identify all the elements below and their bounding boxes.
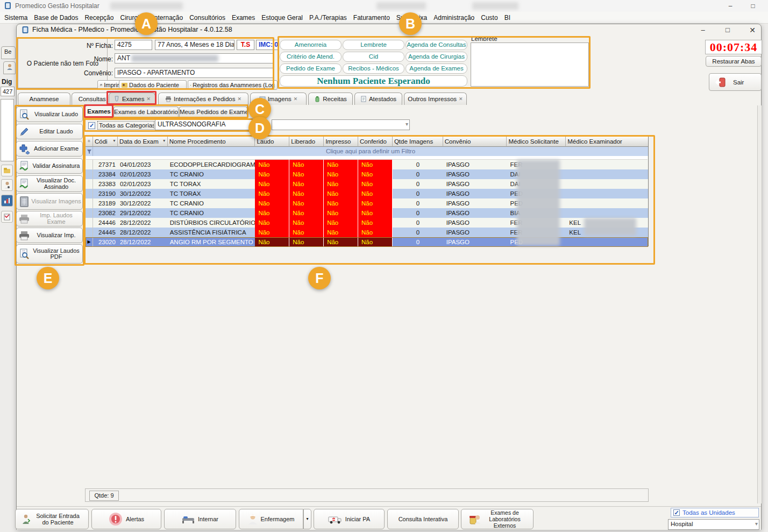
menu-item[interactable]: P.A./Terapias (309, 14, 347, 22)
agenda-consultas-button[interactable]: Agenda de Consultas (406, 40, 467, 50)
subtab-exames-laboratorio[interactable]: Exames de Laboratório (113, 107, 179, 118)
lembrete-button[interactable]: Lembrete (343, 40, 404, 50)
restaurar-abas-button[interactable]: Restaurar Abas (706, 56, 762, 67)
table-row[interactable]: ▶ 23189 30/12/2022 TC CRANIO Não Não Não… (86, 198, 648, 208)
folder-icon[interactable] (1, 165, 13, 176)
sair-button[interactable]: Sair (709, 73, 762, 91)
ficha-input[interactable]: 4275 (115, 40, 152, 50)
close-icon[interactable]: ✕ (147, 96, 151, 102)
iniciar-pa-button[interactable]: Iniciar PA (314, 509, 385, 529)
menu-item[interactable]: Consultórios (189, 14, 225, 22)
window-minimize-button[interactable]: – (695, 26, 711, 36)
todas-categorias-checkbox[interactable]: ✓ (88, 122, 95, 129)
tab-imagens[interactable]: Imagens✕ (250, 93, 307, 105)
validar-assinatura-button[interactable]: Validar Assinatura (16, 158, 83, 174)
exames-laboratorios-externos-button[interactable]: Exames de Laboratórios Externos (461, 509, 534, 529)
consulta-interativa-button[interactable]: Consulta Interativa (387, 509, 459, 529)
cid-button[interactable]: Cid (343, 52, 404, 62)
header-medico-examinador[interactable]: Médico Examinador (566, 136, 648, 147)
table-row[interactable]: ▶ 23190 30/12/2022 TC TORAX Não Não Não … (86, 189, 648, 198)
close-icon[interactable]: ✕ (294, 96, 298, 102)
app-minimize-button[interactable]: – (721, 0, 740, 12)
table-row[interactable]: ▶ 23384 02/01/2023 TC CRANIO Não Não Não… (86, 169, 648, 179)
header-convenio[interactable]: Convênio (443, 136, 507, 147)
imc-button[interactable]: IMC: 0 (256, 40, 278, 50)
categoria-combobox[interactable]: ▾ (272, 119, 410, 130)
header-data-exame[interactable]: Data do Exam▼ (118, 136, 168, 147)
unidade-combobox[interactable]: Hospital ▾ (668, 519, 759, 530)
tab-internacoes-pedidos[interactable]: Internações e Pedidos✕ (158, 93, 248, 105)
subtab-meus-pedidos-exame[interactable]: Meus Pedidos de Exame (179, 107, 247, 118)
visualizar-imagens-button[interactable]: Visualizar Imagens (16, 193, 83, 210)
menu-item[interactable]: Cirurgias (120, 14, 146, 22)
menu-item[interactable]: Exames (232, 14, 255, 22)
todas-categorias-label[interactable]: Todas as Categorias (97, 121, 154, 130)
table-row[interactable]: ▶ 24445 28/12/2022 ASSISTÊNCIA FISIÁTRIC… (86, 228, 648, 237)
menu-item[interactable]: Caixa (411, 14, 428, 22)
table-row[interactable]: ▶ 23020 28/12/2022 ANGIO RM POR SEGMENTO… (86, 237, 648, 247)
close-icon[interactable]: ✕ (459, 96, 463, 102)
menu-item[interactable]: Faturamento (353, 14, 390, 22)
app-close-button[interactable]: ✕ (762, 0, 768, 12)
chevron-down-icon[interactable]: ▾ (406, 121, 408, 127)
sort-filter-icon[interactable]: ▼ (162, 139, 166, 143)
window-restore-button[interactable]: □ (720, 26, 736, 36)
dados-do-paciente-button[interactable]: Dados do Paciente (119, 80, 187, 90)
registros-anamneses-button[interactable]: ACT Registros das Anamneses (Log (188, 80, 278, 90)
tab-outros-impressos[interactable]: Outros Impressos✕ (404, 93, 467, 105)
internar-button[interactable]: Internar (164, 509, 236, 529)
editar-laudo-button[interactable]: Editar Laudo (16, 124, 83, 139)
menu-item[interactable]: Administração (433, 14, 474, 22)
table-row[interactable]: ▶ 24446 28/12/2022 DISTÚRBIOS CIRCULATÓR… (86, 218, 648, 228)
agenda-cirurgias-button[interactable]: Agenda de Cirurgias (406, 52, 467, 62)
visualizar-doc-assinado-button[interactable]: Visualizar Doc. Assinado (16, 175, 83, 192)
alertas-button[interactable]: Alertas (91, 509, 161, 529)
menu-item[interactable]: Custo (481, 14, 497, 22)
tab-atestados[interactable]: Atestados (354, 93, 402, 105)
menu-item[interactable]: Internação (152, 14, 183, 22)
menu-item[interactable]: Estoque Geral (261, 14, 303, 22)
visualizar-laudos-pdf-button[interactable]: Visualizar Laudos PDF (16, 244, 83, 264)
ts-button[interactable]: T.S (237, 40, 254, 50)
header-nome-procedimento[interactable]: Nome Procedimento (168, 136, 255, 147)
enfermagem-dropdown-button[interactable]: ▾ (303, 509, 311, 529)
enfermagem-button[interactable]: Enfermagem (239, 509, 303, 529)
header-qtde-imagens[interactable]: Qtde Imagens (393, 136, 443, 147)
header-codigo[interactable]: Códi▼ (93, 136, 118, 147)
tab-anamnese[interactable]: Anamnese (18, 93, 70, 105)
background-list[interactable] (1, 99, 14, 161)
lembrete-panel[interactable] (471, 42, 589, 87)
visualizar-laudo-button[interactable]: Visualizar Laudo (16, 107, 83, 122)
chevron-down-icon[interactable]: ▾ (755, 521, 758, 527)
header-medico-solicitante[interactable]: Médico Solicitante (507, 136, 566, 147)
convenio-input[interactable]: IPASGO - APARTAMENTO (115, 68, 274, 78)
chart-icon[interactable] (1, 195, 13, 207)
menu-item[interactable]: Recepção (84, 14, 113, 22)
adicionar-exame-button[interactable]: Adicionar Exame (16, 141, 83, 157)
header-laudo[interactable]: Laudo (255, 136, 289, 147)
tab-receitas[interactable]: Receitas (308, 93, 353, 105)
categoria-field[interactable]: ULTRASSONOGRAFIA (155, 119, 255, 130)
menu-item[interactable]: Base de Dados (34, 14, 78, 22)
table-row[interactable]: ▶ 23383 02/01/2023 TC TORAX Não Não Não … (86, 179, 648, 189)
sort-filter-icon[interactable]: ▼ (112, 139, 116, 143)
header-impresso[interactable]: Impresso (324, 136, 358, 147)
background-tab-icon[interactable] (3, 61, 16, 74)
pedido-exame-button[interactable]: Pedido de Exame (280, 63, 342, 74)
tab-exames[interactable]: Exames✕ (109, 93, 155, 105)
todas-unidades-checkbox[interactable]: ✓ (673, 509, 680, 516)
close-icon[interactable]: ✕ (237, 96, 241, 102)
background-tab[interactable]: Be (1, 46, 16, 59)
vertical-scrollbar[interactable] (757, 105, 762, 503)
solicitar-entrada-button[interactable]: Solicitar Entrada do Paciente (15, 509, 89, 529)
header-conferido[interactable]: Conferido (358, 136, 393, 147)
visualizar-imp-button[interactable]: Visualizar Imp. (16, 228, 83, 243)
doctor-icon[interactable] (1, 179, 13, 191)
table-row[interactable]: ▶ 23082 29/12/2022 TC CRANIO Não Não Não… (86, 208, 648, 218)
checklist-icon[interactable] (1, 211, 13, 223)
agenda-exames-button[interactable]: Agenda de Exames (406, 63, 467, 74)
window-close-button[interactable]: ✕ (744, 26, 760, 36)
filter-hint[interactable]: Clique aqui para definir um Filtro (93, 147, 648, 156)
background-input[interactable]: 427 (1, 87, 15, 96)
table-row[interactable]: ▶ 27371 04/01/2023 ECODOPPLERCARDIOGRAMA… (86, 160, 648, 169)
